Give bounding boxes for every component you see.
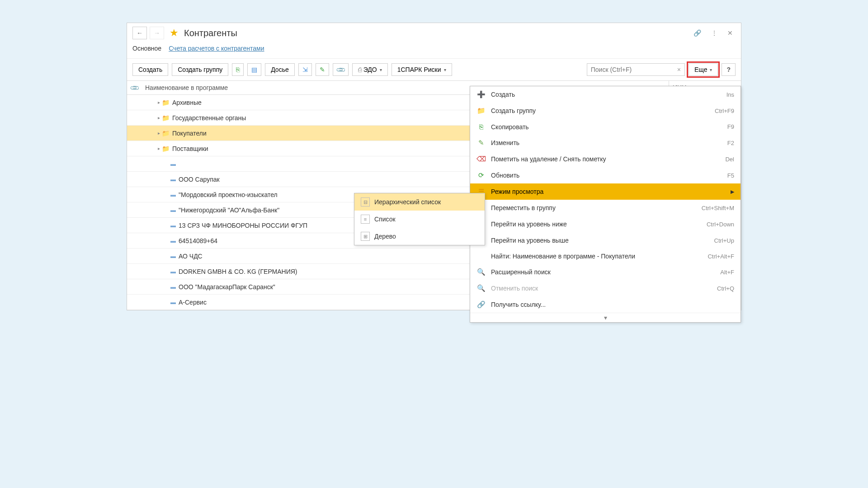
submenu-hierarchical[interactable]: ⊟ Иерархический список — [354, 193, 485, 211]
paperclip-icon: 📎 — [129, 82, 140, 93]
favorite-star-icon[interactable]: ★ — [170, 27, 179, 39]
menu-item-label: Переместить в группу — [491, 204, 696, 211]
menu-item[interactable]: 📂Переместить в группуCtrl+Shift+M — [470, 200, 741, 216]
tab-main[interactable]: Основное — [132, 43, 161, 54]
nav-back-button[interactable]: ← — [132, 27, 147, 39]
menu-item[interactable]: ➕СоздатьIns — [470, 86, 741, 103]
tab-bar: Основное Счета расчетов с контрагентами — [127, 43, 741, 59]
menu-item-label: Обновить — [491, 172, 722, 179]
menu-item[interactable]: Найти: Наименование в программе - Покупа… — [470, 249, 741, 264]
folder-icon: 📁 — [162, 145, 170, 152]
item-icon: ▬ — [170, 207, 176, 213]
nav-forward-button[interactable]: → — [150, 27, 164, 39]
menu-item[interactable]: 🔗Получить ссылку... — [470, 296, 741, 313]
row-label: "Нижегородский "АО"Альфа-Банк" — [179, 206, 279, 214]
search-clear-button[interactable]: × — [674, 66, 684, 73]
view-mode-submenu: ⊟ Иерархический список ≡ Список ⊞ Дерево — [354, 193, 485, 245]
row-label: 64514089+64 — [179, 237, 217, 244]
row-label: Поставщики — [172, 145, 208, 152]
help-button[interactable]: ? — [722, 63, 736, 76]
expander-icon[interactable]: ▸ — [158, 131, 160, 136]
row-label: А-Сервис — [179, 299, 207, 306]
list-icon: ≡ — [361, 215, 370, 224]
menu-item-label: Скопировать — [491, 123, 722, 131]
expander-icon[interactable]: ▸ — [158, 100, 160, 105]
menu-item-label: Создать группу — [491, 107, 709, 114]
export-button[interactable]: ⇲ — [298, 63, 312, 76]
menu-item[interactable]: ☰Режим просмотра▶ — [470, 183, 741, 200]
menu-item-hotkey: Del — [725, 156, 734, 163]
column-attachment[interactable]: 📎 — [127, 81, 142, 94]
submenu-list[interactable]: ≡ Список — [354, 211, 485, 228]
folder-icon: 📁 — [162, 99, 170, 106]
menu-item-label: Найти: Наименование в программе - Покупа… — [491, 253, 702, 260]
dossier-button[interactable]: Досье — [265, 63, 295, 76]
menu-item[interactable]: ⎘СкопироватьF9 — [470, 119, 741, 135]
row-label: DORKEN GMBH & CO. KG (ГЕРМАНИЯ) — [179, 268, 297, 275]
row-label: ООО Сарупак — [179, 176, 220, 183]
menu-item-label: Получить ссылку... — [491, 301, 734, 308]
menu-item-hotkey: Ctrl+Up — [714, 237, 734, 244]
close-icon[interactable]: ✕ — [725, 28, 736, 38]
dropdown-scroll-down[interactable]: ▾ — [470, 313, 741, 322]
menu-item-label: Пометить на удаление / Снять пометку — [491, 155, 720, 163]
row-label: Покупатели — [172, 130, 207, 137]
pencil-icon: ✎ — [476, 139, 486, 147]
row-label: Архивные — [172, 99, 202, 106]
item-icon: ▬ — [170, 176, 176, 183]
item-icon: ▬ — [170, 299, 176, 305]
refresh-icon: ⟳ — [476, 171, 486, 179]
menu-item-hotkey: Ctrl+Down — [707, 221, 734, 228]
menu-item-hotkey: Ctrl+Alt+F — [708, 253, 734, 260]
row-label: АО ЧДС — [179, 253, 203, 260]
menu-item-label: Отменить поиск — [491, 285, 712, 292]
menu-item-hotkey: F2 — [727, 140, 734, 146]
expander-icon[interactable]: ▸ — [158, 115, 160, 120]
row-label: 13 СРЗ ЧФ МИНОБОРОНЫ РОССИИ ФГУП — [179, 222, 307, 229]
more-button[interactable]: Еще▾ — [689, 63, 718, 76]
edo-dropdown[interactable]: ⎙ЭДО▾ — [352, 63, 388, 76]
table-body: ▸📁Архивные▸📁Государственные органы▸📁Поку… — [127, 95, 741, 310]
list-view-button[interactable]: ▤ — [247, 63, 261, 76]
tab-accounts[interactable]: Счета расчетов с контрагентами — [169, 43, 264, 54]
counterparties-table: 📎 Наименование в программе ↓ ИНН ▸📁Архив… — [127, 80, 741, 310]
menu-item-label: Создать — [491, 91, 721, 98]
menu-item[interactable]: 📂Перейти на уровень вышеCtrl+Up — [470, 232, 741, 249]
menu-item-hotkey: Ins — [726, 91, 734, 98]
row-label: Государственные органы — [172, 114, 246, 122]
menu-item-label: Перейти на уровень ниже — [491, 221, 701, 228]
spark-risks-dropdown[interactable]: 1СПАРК Риски▾ — [392, 63, 452, 76]
expander-icon[interactable]: ▸ — [158, 146, 160, 151]
menu-item-label: Изменить — [491, 139, 722, 146]
folder-icon: 📁 — [162, 130, 170, 137]
search-input[interactable] — [587, 64, 674, 75]
edit-button[interactable]: ✎ — [316, 63, 329, 76]
menu-item[interactable]: 📁Создать группуCtrl+F9 — [470, 103, 741, 119]
menu-item[interactable]: 🔍Расширенный поискAlt+F — [470, 264, 741, 280]
row-label: ООО "МадагаскарПарк Саранск" — [179, 283, 275, 291]
search-off-icon: 🔍 — [476, 284, 486, 292]
submenu-tree[interactable]: ⊞ Дерево — [354, 228, 485, 245]
menu-item[interactable]: ⟳ОбновитьF5 — [470, 167, 741, 183]
item-icon: ▬ — [170, 222, 176, 229]
menu-item-label: Расширенный поиск — [491, 268, 715, 276]
menu-item[interactable]: ⌫Пометить на удаление / Снять пометкуDel — [470, 151, 741, 167]
kebab-menu-icon[interactable]: ⋮ — [708, 28, 720, 38]
more-dropdown-menu: ➕СоздатьIns📁Создать группуCtrl+F9⎘Скопир… — [470, 86, 741, 323]
copy-button[interactable]: ⎘ — [232, 63, 244, 76]
item-icon: ▬ — [170, 238, 176, 244]
menu-item-hotkey: Ctrl+Q — [717, 285, 734, 292]
page-title: Контрагенты — [184, 28, 237, 38]
menu-item[interactable]: 📂Перейти на уровень нижеCtrl+Down — [470, 216, 741, 232]
item-icon: ▬ — [170, 284, 176, 290]
folder-plus-icon: 📁 — [476, 107, 486, 115]
attach-button[interactable]: 📎 — [333, 63, 349, 76]
link-icon[interactable]: 🔗 — [691, 28, 704, 38]
row-label: "Мордовский проектно-изыскател — [179, 191, 278, 198]
toolbar: Создать Создать группу ⎘ ▤ Досье ⇲ ✎ 📎 ⎙… — [127, 59, 741, 80]
menu-item-label: Режим просмотра — [491, 188, 722, 195]
menu-item[interactable]: ✎ИзменитьF2 — [470, 135, 741, 151]
titlebar: ← → ★ Контрагенты 🔗 ⋮ ✕ — [127, 23, 741, 43]
create-button[interactable]: Создать — [132, 63, 168, 76]
create-group-button[interactable]: Создать группу — [172, 63, 228, 76]
